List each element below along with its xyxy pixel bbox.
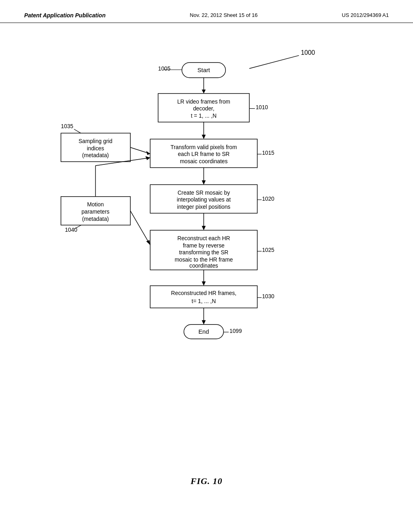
transform-line2: each LR frame to SR <box>178 151 229 157</box>
figure-caption: FIG. 10 <box>190 476 222 486</box>
reconstruct-line4: mosaic to the HR frame <box>175 257 233 263</box>
label-1020: 1020 <box>262 196 275 202</box>
lr-frames-line3: t = 1, ... ,N <box>191 113 217 119</box>
hr-frames-line1: Reconstructed HR frames, <box>171 290 236 296</box>
hr-frames-line2: t= 1, ... ,N <box>192 298 216 304</box>
create-sr-line2: interpolating values at <box>177 197 231 203</box>
label-1099: 1099 <box>229 328 242 334</box>
label-1035: 1035 <box>61 123 73 129</box>
svg-marker-8 <box>202 135 206 139</box>
label-1040: 1040 <box>65 227 77 233</box>
create-sr-line1: Create SR mosaic by <box>177 190 230 196</box>
label-1015: 1015 <box>262 150 275 156</box>
svg-marker-12 <box>202 180 206 185</box>
label-1025: 1025 <box>262 247 275 253</box>
label-1010: 1010 <box>256 104 268 110</box>
diagram-area: 1000 Start 1005 LR video frames from dec… <box>0 23 413 499</box>
header-center-label: Nov. 22, 2012 Sheet 15 of 16 <box>190 12 258 18</box>
start-label: Start <box>198 67 210 73</box>
reconstruct-line1: Reconstruct each HR <box>177 235 230 241</box>
lr-frames-line2: decoder, <box>193 106 215 112</box>
sampling-grid-line1: Sampling grid <box>79 138 113 144</box>
create-sr-line3: integer pixel positions <box>177 204 230 210</box>
reconstruct-line3: transforming the SR <box>179 249 228 256</box>
header-left-label: Patent Application Publication <box>24 12 106 19</box>
lr-frames-line1: LR video frames from <box>177 99 230 105</box>
motion-params-line1: Motion <box>87 202 104 208</box>
svg-line-28 <box>74 129 81 133</box>
transform-line1: Transform valid pixels from <box>171 144 237 150</box>
label-1030: 1030 <box>262 293 275 299</box>
page-header: Patent Application Publication Nov. 22, … <box>0 0 413 23</box>
motion-params-line2: parameters <box>81 209 110 215</box>
svg-marker-16 <box>202 226 206 230</box>
sampling-grid-line3: (metadata) <box>82 152 109 158</box>
svg-marker-30 <box>146 151 150 155</box>
label-1005: 1005 <box>158 66 171 72</box>
reconstruct-line2: frame by reverse <box>183 243 225 249</box>
header-right-label: US 2012/294369 A1 <box>342 12 389 18</box>
motion-params-line3: (metadata) <box>82 216 109 222</box>
svg-marker-4 <box>202 89 206 94</box>
svg-marker-24 <box>202 320 206 325</box>
reconstruct-line5: coordinates <box>190 263 218 269</box>
end-label: End <box>198 328 209 335</box>
svg-rect-21 <box>150 286 257 308</box>
svg-line-36 <box>130 211 150 245</box>
svg-line-0 <box>249 56 299 69</box>
svg-marker-37 <box>146 240 150 245</box>
svg-marker-20 <box>202 281 206 286</box>
sampling-grid-line2: indices <box>87 145 104 152</box>
transform-line3: mosaic coordinates <box>180 158 228 164</box>
figure-number: 1000 <box>301 49 315 56</box>
